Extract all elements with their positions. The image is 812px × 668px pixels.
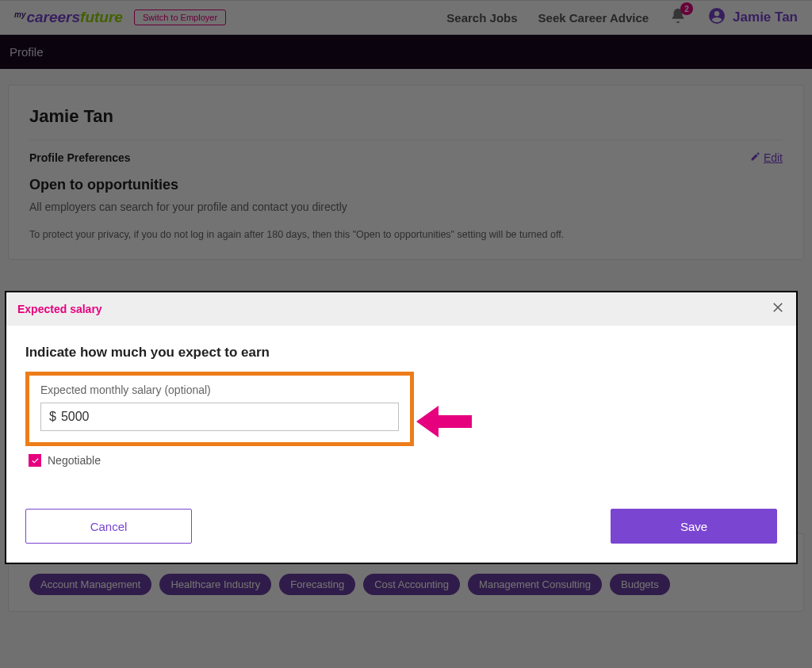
salary-input-label: Expected monthly salary (optional) — [40, 384, 399, 396]
modal-prompt: Indicate how much you expect to earn — [25, 345, 777, 361]
salary-highlight-box: Expected monthly salary (optional) $ — [25, 372, 414, 446]
negotiable-checkbox[interactable] — [29, 454, 41, 467]
modal-header: Expected salary — [6, 292, 796, 326]
modal-title: Expected salary — [17, 303, 102, 315]
negotiable-row: Negotiable — [29, 454, 777, 467]
cancel-button[interactable]: Cancel — [25, 509, 192, 544]
close-icon[interactable] — [771, 300, 785, 318]
expected-salary-modal: Expected salary Indicate how much you ex… — [5, 291, 798, 564]
modal-body: Indicate how much you expect to earn Exp… — [6, 326, 796, 509]
negotiable-label: Negotiable — [48, 454, 101, 467]
currency-symbol: $ — [49, 410, 56, 424]
modal-actions: Cancel Save — [6, 509, 796, 563]
save-button[interactable]: Save — [611, 509, 777, 544]
salary-input-wrap[interactable]: $ — [40, 403, 399, 431]
salary-input[interactable] — [61, 410, 390, 424]
annotation-arrow-icon — [416, 404, 472, 442]
